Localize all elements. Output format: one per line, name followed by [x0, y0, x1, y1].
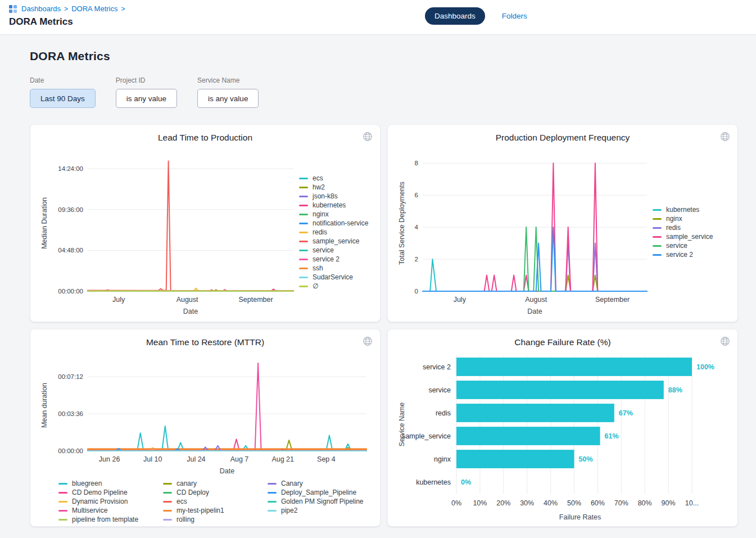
svg-text:20%: 20% — [496, 499, 510, 507]
legend-swatch — [58, 510, 67, 512]
svg-text:Aug 21: Aug 21 — [271, 455, 294, 463]
legend-item-service[interactable]: service — [299, 246, 368, 255]
legend-label: SudarService — [313, 273, 353, 281]
svg-text:60%: 60% — [591, 499, 605, 507]
legend-label: my-test-pipelin1 — [176, 507, 224, 514]
svg-text:50%: 50% — [567, 499, 581, 507]
lead-time-legend: ecshw2json-k8skubernetesnginxnotificatio… — [299, 174, 368, 291]
legend-swatch — [299, 178, 308, 179]
tab-folders[interactable]: Folders — [502, 12, 527, 20]
filter-service-name: Service Name is any value — [197, 76, 259, 108]
svg-text:August: August — [525, 296, 547, 304]
top-header: Dashboards > DORA Metrics > DORA Metrics… — [0, 0, 756, 35]
legend-item-my-test-pipelin1[interactable]: my-test-pipelin1 — [163, 506, 268, 515]
legend-swatch — [58, 483, 67, 485]
legend-swatch — [163, 519, 172, 521]
legend-swatch — [653, 209, 662, 211]
legend-label: redis — [666, 224, 681, 232]
legend-item-pipeline from template[interactable]: pipeline from template — [58, 515, 163, 524]
svg-text:Mean duration: Mean duration — [40, 383, 48, 428]
legend-item-SudarService[interactable]: SudarService — [299, 273, 368, 282]
svg-text:30%: 30% — [520, 499, 534, 507]
legend-item-service[interactable]: service — [653, 241, 713, 250]
globe-icon[interactable] — [720, 132, 730, 142]
legend-label: pipe2 — [281, 507, 297, 514]
legend-label: Deploy_Sample_Pipeline — [281, 489, 356, 496]
legend-item-redis[interactable]: redis — [299, 228, 368, 237]
dashboard-content: DORA Metrics Date Last 90 Days Project I… — [0, 35, 756, 527]
svg-text:00:07:12: 00:07:12 — [58, 373, 83, 380]
mttr-chart: 00:00:0000:03:3600:07:12Jun 26Jul 10Jul … — [39, 352, 372, 477]
legend-label: redis — [313, 228, 327, 236]
legend-label: rolling — [176, 516, 194, 523]
legend-swatch — [299, 214, 308, 215]
legend-item-Deploy_Sample_Pipeline[interactable]: Deploy_Sample_Pipeline — [268, 488, 371, 497]
svg-text:0%: 0% — [451, 499, 461, 507]
legend-label: service — [666, 242, 687, 250]
legend-item-kubernetes[interactable]: kubernetes — [299, 201, 368, 210]
legend-item-redis[interactable]: redis — [653, 223, 713, 232]
svg-text:88%: 88% — [668, 386, 682, 394]
breadcrumb-separator: > — [64, 5, 68, 13]
filter-date-value-button[interactable]: Last 90 Days — [30, 89, 96, 108]
svg-text:Sep 4: Sep 4 — [317, 455, 336, 463]
svg-text:2: 2 — [415, 256, 418, 263]
legend-item-ssh[interactable]: ssh — [299, 264, 368, 273]
legend-swatch — [299, 187, 308, 188]
svg-text:July: July — [454, 296, 467, 304]
legend-label: sample_service — [313, 237, 359, 245]
svg-text:Date: Date — [527, 308, 542, 315]
legend-item-∅[interactable]: ∅ — [299, 282, 368, 291]
breadcrumb-link-dora-metrics[interactable]: DORA Metrics — [71, 4, 117, 13]
svg-text:Date: Date — [183, 308, 198, 315]
legend-item-nginx[interactable]: nginx — [299, 210, 368, 219]
legend-label: bluegreen — [72, 480, 102, 487]
legend-item-Golden PM Signoff Pipeline[interactable]: Golden PM Signoff Pipeline — [268, 497, 371, 506]
filter-project-id-value-button[interactable]: is any value — [116, 89, 177, 108]
card-lead-time-to-production: Lead Time to Production 00:00:0004:48:00… — [30, 124, 381, 322]
chart-title: Lead Time to Production — [39, 133, 371, 143]
page-title: DORA Metrics — [9, 16, 756, 28]
legend-item-pipe2[interactable]: pipe2 — [268, 506, 371, 515]
svg-text:09:36:00: 09:36:00 — [58, 206, 83, 213]
legend-item-service 2[interactable]: service 2 — [653, 250, 713, 259]
svg-text:00:03:36: 00:03:36 — [58, 410, 83, 417]
legend-item-service 2[interactable]: service 2 — [299, 255, 368, 264]
globe-icon[interactable] — [363, 336, 373, 346]
legend-item-hw2[interactable]: hw2 — [299, 183, 368, 192]
legend-item-canary[interactable]: canary — [163, 479, 268, 488]
svg-text:00:00:00: 00:00:00 — [58, 447, 83, 454]
legend-item-ecs[interactable]: ecs — [163, 497, 268, 506]
legend-item-Multiservice[interactable]: Multiservice — [58, 506, 163, 515]
legend-label: notification-service — [313, 219, 368, 227]
legend-label: sample_service — [666, 233, 713, 241]
legend-swatch — [653, 254, 662, 256]
globe-icon[interactable] — [363, 132, 373, 142]
legend-item-nginx[interactable]: nginx — [653, 214, 713, 223]
legend-item-CD Demo Pipeline[interactable]: CD Demo Pipeline — [58, 488, 163, 497]
card-production-deployment-frequency: Production Deployment Frequency 02468Jul… — [387, 124, 738, 322]
legend-item-Canary[interactable]: Canary — [268, 479, 371, 488]
legend-item-sample_service[interactable]: sample_service — [299, 237, 368, 246]
legend-swatch — [268, 492, 277, 494]
filter-service-name-value-button[interactable]: is any value — [197, 89, 259, 108]
breadcrumb-link-dashboards[interactable]: Dashboards — [21, 4, 61, 13]
card-mean-time-to-restore: Mean Time to Restore (MTTR) 00:00:0000:0… — [30, 329, 381, 527]
globe-icon[interactable] — [720, 336, 730, 346]
tab-dashboards[interactable]: Dashboards — [425, 7, 485, 25]
svg-text:service 2: service 2 — [423, 363, 451, 371]
legend-item-CD Deploy[interactable]: CD Deploy — [163, 488, 268, 497]
legend-item-sample_service[interactable]: sample_service — [653, 232, 713, 241]
legend-label: ecs — [176, 498, 187, 505]
legend-item-kubernetes[interactable]: kubernetes — [653, 205, 713, 214]
legend-label: CD Deploy — [176, 489, 209, 496]
svg-text:service: service — [428, 386, 451, 394]
mttr-legend: bluegreenCD Demo PipelineDynamic Provisi… — [39, 479, 371, 524]
legend-item-rolling[interactable]: rolling — [163, 515, 268, 524]
legend-item-bluegreen[interactable]: bluegreen — [58, 479, 163, 488]
legend-item-notification-service[interactable]: notification-service — [299, 219, 368, 228]
legend-item-json-k8s[interactable]: json-k8s — [299, 192, 368, 201]
legend-item-Dynamic Provision[interactable]: Dynamic Provision — [58, 497, 163, 506]
svg-text:100%: 100% — [696, 363, 714, 371]
legend-item-ecs[interactable]: ecs — [299, 174, 368, 183]
